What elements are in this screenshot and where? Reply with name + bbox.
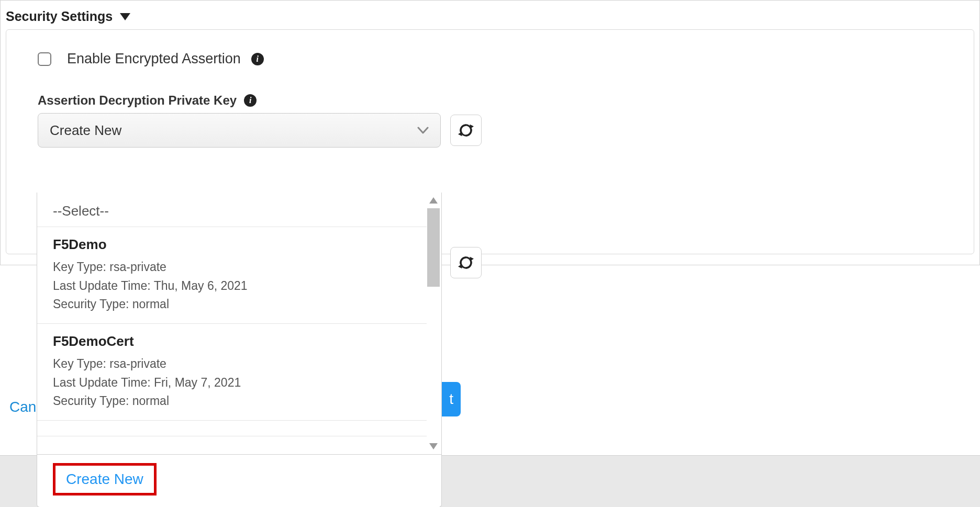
section-header[interactable]: Security Settings bbox=[1, 1, 979, 29]
dropdown-placeholder-option[interactable]: --Select-- bbox=[37, 193, 427, 227]
dropdown-item-meta: Key Type: rsa-private Last Update Time: … bbox=[53, 355, 411, 411]
svg-marker-6 bbox=[429, 443, 438, 449]
cancel-link[interactable]: Can bbox=[9, 399, 36, 415]
dropdown-footer: Create New bbox=[37, 454, 441, 507]
refresh-button[interactable] bbox=[450, 115, 482, 146]
enable-encrypted-assertion-row: Enable Encrypted Assertion i bbox=[38, 51, 942, 67]
assertion-key-label-row: Assertion Decryption Private Key i bbox=[38, 93, 942, 108]
svg-marker-0 bbox=[120, 13, 130, 20]
enable-encrypted-assertion-checkbox[interactable] bbox=[38, 52, 51, 66]
dropdown-scrollbar[interactable] bbox=[426, 193, 441, 454]
dropdown-item-meta: Key Type: rsa-private Last Update Time: … bbox=[53, 258, 411, 314]
dropdown-item-title bbox=[53, 428, 411, 436]
section-title: Security Settings bbox=[6, 9, 113, 24]
info-icon[interactable]: i bbox=[251, 53, 264, 65]
next-button-label: t bbox=[449, 391, 453, 408]
assertion-key-dropdown: --Select-- F5Demo Key Type: rsa-private … bbox=[37, 193, 442, 507]
enable-encrypted-assertion-label: Enable Encrypted Assertion bbox=[67, 51, 241, 67]
assertion-key-label: Assertion Decryption Private Key bbox=[38, 93, 237, 108]
assertion-key-select-row: Create New bbox=[38, 113, 942, 148]
refresh-button[interactable] bbox=[450, 247, 482, 278]
dropdown-item-partial[interactable] bbox=[37, 421, 427, 436]
caret-down-icon bbox=[120, 13, 130, 20]
dropdown-item-title: F5DemoCert bbox=[53, 333, 411, 350]
dropdown-item-title: F5Demo bbox=[53, 236, 411, 253]
assertion-key-select[interactable]: Create New bbox=[38, 113, 441, 148]
svg-marker-4 bbox=[458, 264, 462, 269]
info-icon[interactable]: i bbox=[244, 94, 257, 107]
dropdown-item[interactable]: F5DemoCert Key Type: rsa-private Last Up… bbox=[37, 324, 427, 421]
scrollbar-thumb[interactable] bbox=[427, 208, 440, 287]
scroll-down-icon[interactable] bbox=[426, 438, 441, 454]
dropdown-scroll-area[interactable]: --Select-- F5Demo Key Type: rsa-private … bbox=[37, 193, 427, 454]
dropdown-item[interactable]: F5Demo Key Type: rsa-private Last Update… bbox=[37, 227, 427, 324]
create-new-option[interactable]: Create New bbox=[53, 463, 157, 495]
svg-marker-5 bbox=[429, 197, 438, 204]
scroll-up-icon[interactable] bbox=[426, 193, 441, 208]
chevron-down-icon bbox=[417, 127, 429, 134]
svg-marker-2 bbox=[458, 132, 462, 137]
assertion-key-select-value: Create New bbox=[50, 122, 121, 139]
